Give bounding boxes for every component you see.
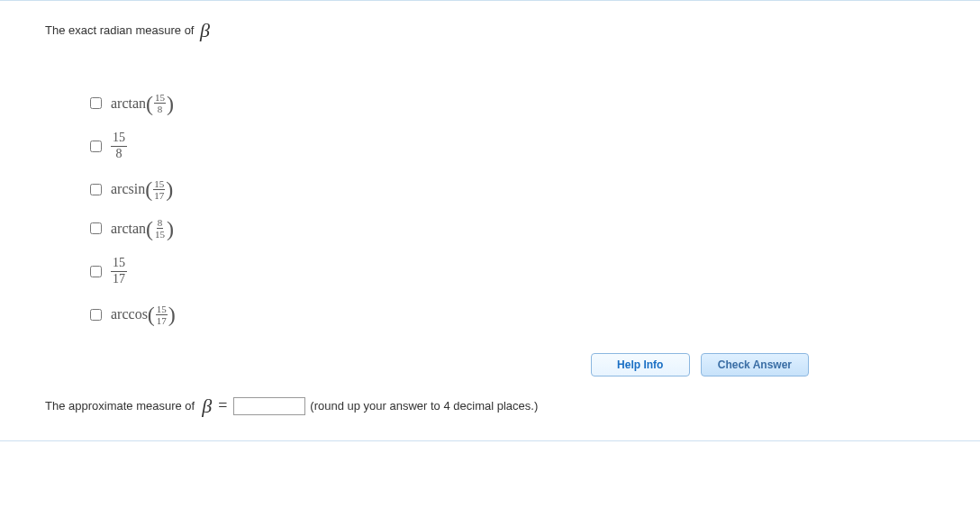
option-checkbox[interactable] xyxy=(90,141,102,152)
option-row: 1517 xyxy=(90,256,935,287)
option-row: arctan(158) xyxy=(90,92,935,114)
math-num: 15 xyxy=(156,304,168,315)
check-answer-button[interactable]: Check Answer xyxy=(701,353,809,376)
math-num: 15 xyxy=(154,92,166,104)
option-row: arccos(1517) xyxy=(90,304,935,326)
help-info-button[interactable]: Help Info xyxy=(591,353,690,376)
option-row: arctan(815) xyxy=(90,217,935,240)
question-container: The exact radian measure of β arctan(158… xyxy=(0,0,980,441)
button-row: Help Info Check Answer xyxy=(45,353,935,376)
option-label: arctan(158) xyxy=(111,92,174,114)
option-checkbox[interactable] xyxy=(90,266,102,277)
math-den: 17 xyxy=(153,190,165,201)
option-label: arctan(815) xyxy=(111,217,174,240)
option-checkbox[interactable] xyxy=(90,184,102,195)
approx-section: The approximate measure of β = (round up… xyxy=(45,395,935,418)
approx-answer-input[interactable] xyxy=(233,397,305,415)
option-checkbox[interactable] xyxy=(90,222,102,234)
option-checkbox[interactable] xyxy=(90,309,102,321)
math-den: 15 xyxy=(154,229,166,240)
math-func: arctan xyxy=(111,221,146,237)
math-func: arcsin xyxy=(111,181,145,197)
option-row: arcsin(1517) xyxy=(90,178,935,201)
math-den: 17 xyxy=(111,272,127,287)
approx-hint: (round up your answer to 4 decimal place… xyxy=(310,399,538,413)
math-den: 8 xyxy=(114,147,124,162)
option-label: arccos(1517) xyxy=(111,304,176,326)
math-num: 15 xyxy=(111,131,127,147)
prompt-text: The exact radian measure of xyxy=(45,23,197,37)
math-den: 17 xyxy=(156,315,168,326)
approx-variable: β xyxy=(199,395,212,418)
math-func: arctan xyxy=(111,95,146,112)
math-num: 8 xyxy=(157,217,164,229)
math-func: arccos xyxy=(111,306,148,322)
math-num: 15 xyxy=(153,178,165,190)
option-label: arcsin(1517) xyxy=(111,178,173,201)
equals-sign: = xyxy=(216,396,229,415)
option-checkbox[interactable] xyxy=(90,97,102,109)
approx-prefix: The approximate measure of xyxy=(45,399,195,413)
option-label: 1517 xyxy=(111,256,127,287)
options-list: arctan(158) 158 arcsin(1517) arctan(815) xyxy=(90,92,935,326)
math-num: 15 xyxy=(111,256,127,272)
variable-symbol: β xyxy=(197,19,210,41)
question-prompt: The exact radian measure of β xyxy=(45,19,935,42)
option-row: 158 xyxy=(90,131,935,162)
math-den: 8 xyxy=(157,104,164,114)
option-label: 158 xyxy=(111,131,127,162)
